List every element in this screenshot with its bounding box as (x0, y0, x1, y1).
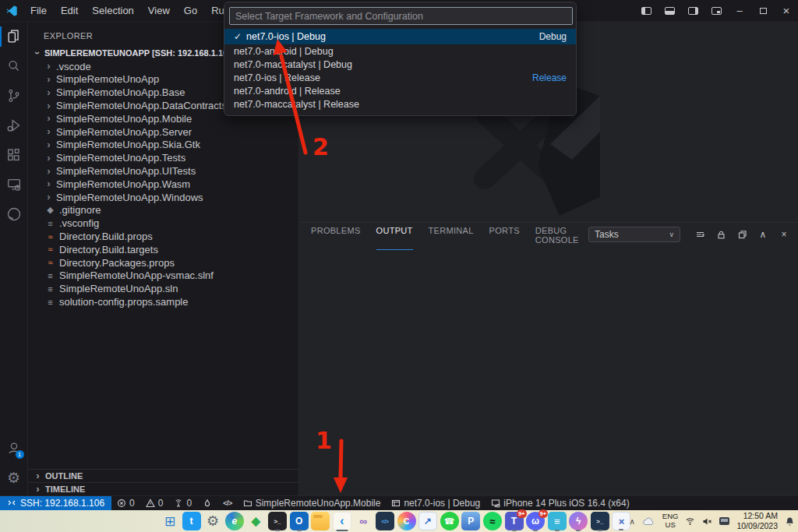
tray-notifications-bell-icon[interactable] (785, 516, 795, 527)
quickpick-item[interactable]: net7.0-ios | Release Release (224, 71, 576, 84)
project-status[interactable]: SimpleRemoteUnoApp.Mobile (238, 496, 387, 510)
taskbar-icon-whatsapp[interactable]: ☎ (440, 512, 459, 530)
restore-button[interactable] (751, 0, 775, 22)
quickpick-item[interactable]: net7.0-android | Release (224, 84, 576, 97)
tree-file[interactable]: ≡ SimpleRemoteUnoApp.sln (28, 282, 298, 295)
taskbar-icon-dev-code[interactable]: </> (376, 512, 394, 530)
taskbar-icon-messenger[interactable]: ϟ (569, 512, 588, 530)
taskbar-icon-windows-start[interactable]: ⊞ (161, 512, 179, 530)
lock-icon[interactable] (715, 228, 727, 241)
tree-folder[interactable]: › SimpleRemoteUnoApp.Wasm (28, 178, 298, 191)
onedrive-cloud-icon[interactable] (642, 516, 655, 526)
panel-tab[interactable]: PORTS (489, 220, 520, 250)
panel-tab[interactable]: DEBUG CONSOLE (535, 220, 588, 250)
taskbar-icon-clipchamp[interactable]: C (397, 512, 416, 530)
search-icon[interactable] (0, 51, 28, 81)
tray-overflow-icon[interactable]: ∧ (630, 517, 635, 526)
accounts-icon[interactable]: 1 (0, 433, 28, 463)
tree-file[interactable]: ≈ Directory.Build.targets (28, 243, 298, 256)
volume-muted-icon[interactable] (702, 517, 712, 526)
quickpick-item[interactable]: net7.0-android | Debug (224, 44, 576, 58)
taskbar-clock[interactable]: 12:50 AM 10/09/2023 (736, 511, 778, 531)
toggle-secondary-sidebar-icon[interactable] (681, 0, 704, 22)
tree-file[interactable]: ≡ SimpleRemoteUnoApp-vsmac.slnf (28, 270, 298, 283)
project-window-icon (391, 499, 401, 508)
device-status[interactable]: iPhone 14 Plus iOS 16.4 (x64) (486, 496, 634, 510)
folder-icon (243, 499, 252, 508)
remote-explorer-icon[interactable] (0, 170, 28, 199)
taskbar-icon-teams[interactable]: T 9+ (505, 512, 524, 530)
taskbar-icon-screen-snip[interactable]: ↗ (418, 512, 437, 530)
run-debug-icon[interactable] (0, 111, 28, 140)
xml-tools-status[interactable]: </> (217, 496, 238, 510)
panel-tab[interactable]: TERMINAL (429, 220, 474, 250)
tree-file[interactable]: ≡ .vsconfig (28, 217, 298, 230)
notifications-bell-icon[interactable] (784, 496, 798, 510)
remote-indicator[interactable]: SSH: 192.168.1.106 (0, 496, 111, 510)
taskbar-icon-twitter[interactable]: t (182, 512, 201, 530)
ports-status[interactable]: 0 (168, 496, 197, 510)
chevron-right-icon: › (45, 126, 52, 137)
output-channel-select[interactable]: Tasks ∨ (588, 227, 680, 242)
menu-item[interactable]: Go (177, 5, 204, 16)
extensions-icon[interactable] (0, 140, 28, 170)
maximize-panel-icon[interactable]: ∧ (757, 228, 769, 241)
taskbar-icon-outlook[interactable]: O (290, 512, 309, 530)
menu-item[interactable]: Selection (85, 5, 140, 16)
taskbar-icon-design-app[interactable]: × (612, 512, 630, 530)
taskbar-icon-powershell[interactable]: >_ (591, 512, 609, 530)
chevron-right-icon: › (45, 139, 52, 150)
taskbar-icon-discord[interactable]: ω 9+ (526, 512, 545, 530)
taskbar-icon-vscode[interactable]: ‹ (333, 512, 351, 530)
problems-status[interactable]: 0 0 (111, 496, 168, 510)
taskbar-icon-spotify[interactable]: ≈ (483, 512, 502, 530)
quickpick-item[interactable]: ✓ net7.0-ios | Debug Debug (224, 29, 576, 44)
wifi-icon[interactable] (685, 517, 695, 526)
tree-file[interactable]: ≈ Directory.Build.props (28, 230, 298, 243)
quickpick-item[interactable]: net7.0-maccatalyst | Release (224, 97, 576, 111)
running-indicator (336, 530, 348, 531)
open-in-editor-icon[interactable] (736, 228, 748, 241)
taskbar-icon-terminal[interactable]: >_ (268, 512, 287, 530)
taskbar-icon-diamond-app[interactable]: ◆ (246, 512, 265, 530)
settings-gear-icon[interactable]: ⚙ (0, 463, 28, 492)
taskbar-icon-pc-manager[interactable]: P (461, 512, 480, 530)
menu-item[interactable]: Edit (54, 5, 85, 16)
taskbar-icon-notepad[interactable]: ≡ (548, 512, 567, 530)
sidebar-section-header[interactable]: › TIMELINE (28, 482, 298, 495)
tree-file[interactable]: ◆ .gitignore (28, 204, 298, 217)
tree-folder[interactable]: › SimpleRemoteUnoApp.Server (28, 125, 298, 139)
quickpick-item[interactable]: net7.0-maccatalyst | Debug (224, 58, 576, 71)
clear-output-icon[interactable] (694, 228, 706, 241)
close-panel-icon[interactable]: × (778, 228, 790, 241)
quickpick-input[interactable] (229, 7, 573, 25)
taskbar-icon-settings-gear[interactable]: ⚙ (203, 512, 222, 530)
close-button[interactable]: × (775, 0, 798, 22)
panel-tab[interactable]: PROBLEMS (311, 220, 361, 250)
explorer-icon[interactable] (0, 22, 28, 51)
tree-folder[interactable]: › SimpleRemoteUnoApp.Windows (28, 191, 298, 204)
notification-badge: 9+ (538, 509, 549, 518)
cast-screen-icon[interactable] (719, 517, 729, 525)
github-icon[interactable] (0, 199, 28, 229)
tree-file[interactable]: ≡ solution-config.props.sample (28, 295, 298, 308)
tree-folder[interactable]: › SimpleRemoteUnoApp.Skia.Gtk (28, 139, 298, 152)
customize-layout-icon[interactable] (704, 0, 728, 22)
target-framework-status[interactable]: net7.0-ios | Debug (386, 496, 486, 510)
taskbar-icon-file-explorer[interactable] (311, 512, 330, 530)
taskbar-icon-edge-browser[interactable]: e (225, 512, 244, 530)
hot-reload-status[interactable] (197, 496, 217, 510)
minimize-button[interactable]: – (728, 0, 751, 22)
menu-item[interactable]: View (141, 5, 177, 16)
panel-tab[interactable]: OUTPUT (376, 220, 413, 250)
taskbar-icon-visual-studio[interactable]: ∞ (354, 512, 373, 530)
toggle-primary-sidebar-icon[interactable] (634, 0, 658, 22)
menu-item[interactable]: File (23, 5, 54, 16)
language-indicator[interactable]: ENG US (662, 513, 679, 530)
sidebar-section-header[interactable]: › OUTLINE (28, 469, 298, 482)
tree-folder[interactable]: › SimpleRemoteUnoApp.UITests (28, 164, 298, 178)
toggle-panel-icon[interactable] (658, 0, 681, 22)
tree-file[interactable]: ≈ Directory.Packages.props (28, 256, 298, 270)
source-control-icon[interactable] (0, 81, 28, 111)
tree-folder[interactable]: › SimpleRemoteUnoApp.Tests (28, 151, 298, 164)
